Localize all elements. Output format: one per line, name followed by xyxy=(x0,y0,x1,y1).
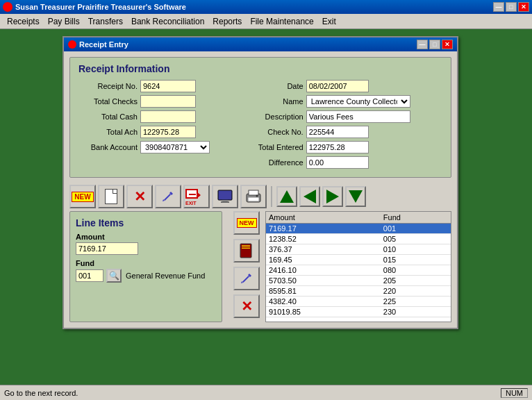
difference-input[interactable] xyxy=(306,156,369,169)
fund-cell: 205 xyxy=(381,276,451,286)
title-controls: — □ ✕ xyxy=(493,2,529,12)
line-items-data-table: Amount Fund 7169.170011238.52005376.3701… xyxy=(266,212,451,317)
line-items-table[interactable]: Amount Fund 7169.170011238.52005376.3701… xyxy=(265,211,451,322)
table-row[interactable]: 4382.40225 xyxy=(266,297,451,307)
receipt-section-title: Receipt Information xyxy=(78,63,442,74)
fund-cell: 005 xyxy=(381,234,451,244)
close-button[interactable]: ✕ xyxy=(518,2,529,12)
blank-page-button[interactable] xyxy=(98,185,124,208)
total-checks-row: Total Checks xyxy=(78,95,241,108)
total-ach-input[interactable] xyxy=(140,126,196,138)
toolbar-separator xyxy=(271,186,272,207)
menu-transfers[interactable]: Transfers xyxy=(84,15,127,28)
prev-record-button[interactable] xyxy=(299,186,320,207)
menu-bar: Receipts Pay Bills Transfers Bank Reconc… xyxy=(0,14,532,29)
last-record-button[interactable] xyxy=(345,186,366,207)
line-items-book-button[interactable] xyxy=(233,239,260,262)
fund-search-button[interactable]: 🔍 xyxy=(106,269,122,283)
receipt-no-label: Receipt No. xyxy=(78,82,138,90)
menu-pay-bills[interactable]: Pay Bills xyxy=(44,15,84,28)
edit-button[interactable] xyxy=(155,185,181,208)
dialog-minimize[interactable]: — xyxy=(417,40,428,49)
total-checks-input[interactable] xyxy=(140,95,196,108)
delete-button[interactable]: ✕ xyxy=(126,185,153,208)
fund-cell: 010 xyxy=(381,244,451,255)
description-label: Description xyxy=(248,112,304,121)
total-entered-input[interactable] xyxy=(306,141,369,153)
menu-bank-recon[interactable]: Bank Reconciliation xyxy=(127,15,208,28)
dialog-maximize[interactable]: □ xyxy=(429,40,440,49)
table-row[interactable]: 7169.17001 xyxy=(266,224,451,234)
fund-input[interactable] xyxy=(76,269,103,282)
dialog-content: Receipt Information Receipt No. Total Ch… xyxy=(64,51,457,328)
amount-cell: 5703.50 xyxy=(266,276,381,286)
dialog-close[interactable]: ✕ xyxy=(442,40,453,49)
total-checks-label: Total Checks xyxy=(78,97,138,106)
first-record-button[interactable] xyxy=(276,186,297,207)
table-row[interactable]: 1238.52005 xyxy=(266,234,451,244)
date-input[interactable] xyxy=(306,80,369,92)
table-row[interactable]: 376.37010 xyxy=(266,244,451,255)
table-row[interactable]: 2416.10080 xyxy=(266,265,451,276)
first-record-icon xyxy=(280,190,294,203)
menu-receipts[interactable]: Receipts xyxy=(3,15,44,28)
name-select[interactable]: Lawrence County Collector xyxy=(306,95,410,108)
line-items-actions: NEW xyxy=(233,211,260,322)
magnify-icon: 🔍 xyxy=(109,271,119,281)
amount-input[interactable] xyxy=(76,242,138,255)
bank-account-label: Bank Account xyxy=(78,143,138,151)
description-input[interactable] xyxy=(306,110,410,123)
amount-cell: 7169.17 xyxy=(266,224,381,234)
fund-cell: 230 xyxy=(381,307,451,317)
svg-rect-3 xyxy=(218,190,232,200)
total-cash-label: Total Cash xyxy=(78,112,138,121)
total-cash-input[interactable] xyxy=(140,110,196,123)
line-items-title: Line Items xyxy=(76,217,216,228)
table-row[interactable]: 5703.50205 xyxy=(266,276,451,286)
toolbar: NEW ✕ xyxy=(69,182,451,211)
fund-cell: 015 xyxy=(381,255,451,265)
line-items-delete-button[interactable]: ✕ xyxy=(233,294,260,318)
total-cash-row: Total Cash xyxy=(78,110,241,123)
li-delete-icon: ✕ xyxy=(241,298,253,315)
menu-file-maint[interactable]: File Maintenance xyxy=(246,15,317,28)
edit-icon xyxy=(161,190,175,203)
receipt-no-row: Receipt No. xyxy=(78,80,241,92)
screen-button[interactable] xyxy=(212,185,238,208)
prev-record-icon xyxy=(304,190,316,203)
maximize-button[interactable]: □ xyxy=(506,2,517,12)
table-row[interactable]: 169.45015 xyxy=(266,255,451,265)
fund-cell: 080 xyxy=(381,265,451,276)
check-no-label: Check No. xyxy=(248,128,304,136)
line-items-panel: Line Items Amount Fund 🔍 General Revenue… xyxy=(69,211,222,322)
app-title: Susan Treasurer Prairifire Treasurer's S… xyxy=(15,3,186,11)
svg-rect-14 xyxy=(242,276,249,283)
date-label: Date xyxy=(248,82,304,90)
receipt-no-input[interactable] xyxy=(140,80,196,92)
table-row[interactable]: 91019.85230 xyxy=(266,307,451,317)
line-items-new-button[interactable]: NEW xyxy=(233,211,260,235)
amount-cell: 2416.10 xyxy=(266,265,381,276)
next-record-button[interactable] xyxy=(322,186,343,207)
exit-button[interactable]: EXIT xyxy=(183,185,210,208)
num-lock-indicator: NUM xyxy=(501,388,528,398)
bottom-section: Line Items Amount Fund 🔍 General Revenue… xyxy=(69,211,451,322)
fund-cell: 001 xyxy=(381,224,451,234)
check-no-input[interactable] xyxy=(306,126,369,138)
svg-rect-8 xyxy=(248,197,259,201)
total-ach-row: Total Ach xyxy=(78,126,241,138)
dialog-controls: — □ ✕ xyxy=(417,40,453,49)
amount-col-header: Amount xyxy=(266,212,381,224)
menu-reports[interactable]: Reports xyxy=(208,15,246,28)
new-button[interactable]: NEW xyxy=(69,185,96,208)
minimize-button[interactable]: — xyxy=(493,2,504,12)
print-button[interactable] xyxy=(240,185,267,208)
amount-cell: 4382.40 xyxy=(266,297,381,307)
difference-row: Difference xyxy=(248,156,442,169)
next-record-icon xyxy=(326,190,339,203)
table-row[interactable]: 8595.81220 xyxy=(266,286,451,297)
bank-account-select[interactable]: 3908407871 xyxy=(140,141,210,153)
line-items-edit-button[interactable] xyxy=(233,267,260,290)
fund-description: General Revenue Fund xyxy=(126,272,205,280)
menu-exit[interactable]: Exit xyxy=(318,15,340,28)
